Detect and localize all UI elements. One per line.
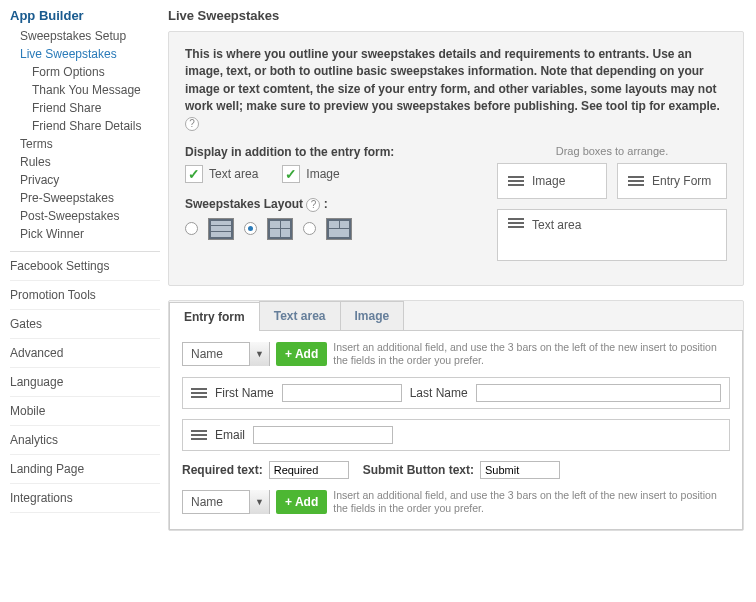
sidebar-nav-item[interactable]: Promotion Tools [10,281,160,310]
sidebar-item[interactable]: Pre-Sweepstakes [10,189,160,207]
last-name-input[interactable] [476,384,721,402]
sidebar: App Builder Sweepstakes SetupLive Sweeps… [0,0,160,557]
drag-box-text-area[interactable]: Text area [497,209,727,261]
help-icon[interactable]: ? [306,198,320,212]
field-name-row[interactable]: First Name Last Name [182,377,730,409]
checkbox-text-area[interactable] [185,165,203,183]
first-name-input[interactable] [282,384,402,402]
sidebar-nav-item[interactable]: Language [10,368,160,397]
display-label: Display in addition to the entry form: [185,145,477,159]
add-field-button[interactable]: + Add [276,490,327,514]
layout-radio-1[interactable] [185,222,198,235]
drag-box-entry-form[interactable]: Entry Form [617,163,727,199]
sidebar-item[interactable]: Terms [10,135,160,153]
sidebar-item[interactable]: Privacy [10,171,160,189]
drag-handle-icon [191,430,207,440]
add-field-button[interactable]: + Add [276,342,327,366]
sidebar-item[interactable]: Rules [10,153,160,171]
drag-handle-icon [191,388,207,398]
content: Live Sweepstakes This is where you outli… [160,0,756,557]
layout-radio-3[interactable] [303,222,316,235]
drag-handle-icon [628,176,644,186]
sidebar-title: App Builder [10,8,160,23]
field-email-row[interactable]: Email [182,419,730,451]
tabs: Entry form Text area Image [169,301,743,331]
drag-hint: Drag boxes to arrange. [497,145,727,157]
sidebar-item[interactable]: Friend Share Details [10,117,160,135]
add-hint: Insert an additional field, and use the … [333,489,730,515]
sidebar-item[interactable]: Sweepstakes Setup [10,27,160,45]
drag-box-image[interactable]: Image [497,163,607,199]
drag-handle-icon [508,176,524,186]
page-title: Live Sweepstakes [168,8,744,23]
drag-handle-icon [508,218,524,228]
sidebar-nav-item[interactable]: Advanced [10,339,160,368]
layout-icon-3col[interactable] [326,218,352,240]
sidebar-nav-item[interactable]: Facebook Settings [10,252,160,281]
sidebar-item[interactable]: Pick Winner [10,225,160,243]
layout-icon-2col[interactable] [267,218,293,240]
sidebar-nav-item[interactable]: Gates [10,310,160,339]
tab-entry-form[interactable]: Entry form [169,302,260,331]
tab-image[interactable]: Image [340,301,405,330]
sidebar-item[interactable]: Thank You Message [10,81,160,99]
sidebar-nav-item[interactable]: Analytics [10,426,160,455]
layout-icon-1col[interactable] [208,218,234,240]
tab-body: Name ▼ + Add Insert an additional field,… [169,331,743,531]
layout-radio-2[interactable] [244,222,257,235]
tab-text-area[interactable]: Text area [259,301,341,330]
description: This is where you outline your sweepstak… [185,46,727,133]
add-hint: Insert an additional field, and use the … [333,341,730,367]
sidebar-item[interactable]: Post-Sweepstakes [10,207,160,225]
help-icon[interactable]: ? [185,117,199,131]
settings-panel: This is where you outline your sweepstak… [168,31,744,286]
checkbox-label: Image [306,167,339,181]
field-type-select[interactable]: Name ▼ [182,342,270,366]
sidebar-nav-item[interactable]: Integrations [10,484,160,513]
chevron-down-icon: ▼ [249,490,269,514]
field-type-select[interactable]: Name ▼ [182,490,270,514]
sidebar-item[interactable]: Friend Share [10,99,160,117]
sidebar-nav-item[interactable]: Landing Page [10,455,160,484]
required-text-input[interactable] [269,461,349,479]
checkbox-image[interactable] [282,165,300,183]
checkbox-label: Text area [209,167,258,181]
sidebar-main-nav: Facebook SettingsPromotion ToolsGatesAdv… [10,251,160,513]
layout-label: Sweepstakes Layout ? : [185,197,477,212]
submit-text-input[interactable] [480,461,560,479]
sidebar-item[interactable]: Live Sweepstakes [10,45,160,63]
sidebar-tree: Sweepstakes SetupLive SweepstakesForm Op… [10,27,160,243]
chevron-down-icon: ▼ [249,342,269,366]
sidebar-item[interactable]: Form Options [10,63,160,81]
form-panel: Entry form Text area Image Name ▼ + Add … [168,300,744,532]
sidebar-nav-item[interactable]: Mobile [10,397,160,426]
email-input[interactable] [253,426,393,444]
